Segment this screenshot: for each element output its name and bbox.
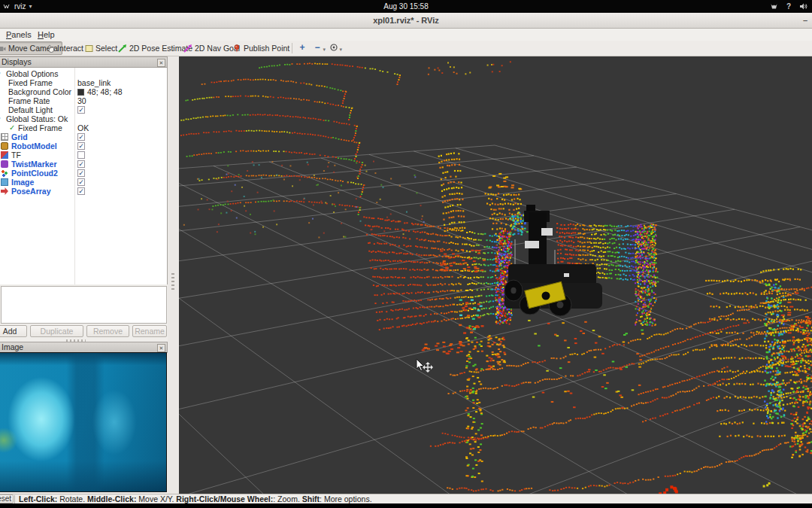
minimize-button[interactable]: – [800,13,810,28]
letterbox-bar [0,503,812,508]
tree-row-global-options[interactable]: ▾Global Options [0,69,168,78]
tree-row-fixed-frame[interactable]: Fixed Framebase_link [0,78,168,87]
tree-row-value[interactable]: base_link [77,78,111,87]
color-swatch[interactable] [77,89,84,96]
keyboard-question-icon[interactable]: ? [786,2,791,11]
checkbox[interactable]: ✓ [77,178,85,186]
image-panel-title: Image [0,342,23,352]
green-arrow-icon [118,44,127,53]
tree-row-pointcloud2[interactable]: PointCloud2✓ [0,169,168,178]
checkbox[interactable]: ✓ [77,160,85,168]
chevron-down-icon: ▾ [29,1,32,12]
toolbar: Move Camera Interact Select 2D Pose Esti… [0,41,812,56]
tree-row-value[interactable]: 48; 48; 48 [87,87,123,96]
tree-row-label: Default Light [8,105,53,114]
zoom-in-button[interactable]: + [296,41,308,54]
checkbox[interactable] [77,151,85,159]
image-display-icon [1,178,8,186]
focus-camera-button[interactable]: ▾ [328,41,340,54]
grid-display-icon [1,133,8,141]
statusbar: Reset Left-Click: Rotate. Middle-Click: … [0,494,812,503]
close-icon[interactable]: ✕ [157,59,165,67]
volume-icon[interactable] [799,2,808,11]
tf-display-icon [1,151,8,159]
system-tray[interactable]: ? [770,1,808,12]
menu-help[interactable]: Help [33,29,59,41]
splitter-grip-icon [171,273,174,290]
camera-image [0,352,167,492]
robot-display-icon [1,142,8,150]
displays-tree[interactable]: ▾Global OptionsFixed Framebase_linkBackg… [0,68,168,284]
property-description-box [1,286,167,324]
tree-row-posearray[interactable]: PoseArray✓ [0,187,168,196]
map-pin-icon [232,44,241,53]
ubuntu-top-panel: rviz ▾ Aug 30 15:58 ? [0,0,812,13]
checkbox[interactable]: ✓ [77,142,85,150]
tree-row-label: Global Options [6,69,58,78]
checkbox[interactable]: ✓ [77,169,85,177]
tree-row-label: Fixed Frame [8,78,53,87]
rviz-app-icon [3,2,11,11]
window-title: xpl01.rviz* - RViz [373,16,439,25]
tree-row-twistmarker[interactable]: TwistMarker✓ [0,160,168,169]
tree-row-fixed-frame[interactable]: ✓Fixed FrameOK [0,123,168,132]
tree-row-default-light[interactable]: Default Light✓ [0,105,168,114]
tool-publish-point[interactable]: Publish Point [229,41,293,55]
expander-icon[interactable]: ▾ [0,114,1,123]
tree-row-robotmodel[interactable]: RobotModel✓ [0,141,168,151]
statusbar-separator [14,495,15,503]
left-panel-column: Displays ✕ ▾Global OptionsFixed Framebas… [0,56,179,494]
tree-row-label: Grid [11,132,28,141]
tree-row-label: PoseArray [11,187,51,196]
3d-viewport[interactable] [179,56,812,494]
add-button[interactable]: Add [0,325,27,337]
tree-row-label: Fixed Frame [18,123,62,132]
rename-button[interactable]: Rename [132,325,167,337]
checkbox[interactable]: ✓ [77,106,85,114]
window-titlebar[interactable]: xpl01.rviz* - RViz – [0,13,812,29]
marker-display-icon [1,160,8,168]
clock[interactable]: Aug 30 15:58 [383,1,429,12]
checkbox[interactable]: ✓ [77,133,85,141]
remove-button[interactable]: Remove [86,325,129,337]
tree-row-label: TF [11,151,21,160]
displays-panel-titlebar[interactable]: Displays ✕ [0,56,168,68]
vertical-splitter[interactable] [168,56,179,494]
tree-row-label: Image [11,178,34,187]
menu-panels[interactable]: Panels [2,29,36,41]
zoom-out-button[interactable]: −▾ [311,41,323,54]
reset-button[interactable]: Reset [0,494,14,503]
tree-row-label: Frame Rate [8,96,50,105]
hand-icon [46,44,55,53]
tree-row-value[interactable]: OK [77,123,89,132]
chevron-down-icon: ▾ [339,44,342,56]
tree-row-tf[interactable]: TF [0,151,168,160]
tree-row-grid[interactable]: Grid✓ [0,132,168,141]
tree-row-label: Background Color [8,87,71,96]
tree-row-background-color[interactable]: Background Color48; 48; 48 [0,87,168,96]
cloud-display-icon [1,169,8,177]
app-menu-label: rviz [14,1,26,12]
displays-buttons-row: Add Duplicate Remove Rename [0,325,168,338]
status-ok-icon: ✓ [9,123,15,132]
tree-row-label: PointCloud2 [11,169,58,178]
close-icon[interactable]: ✕ [157,344,165,352]
checkbox[interactable]: ✓ [77,187,85,195]
indicator-icon[interactable] [770,2,778,11]
tree-row-value[interactable]: 30 [77,96,86,105]
tree-row-global-status-ok[interactable]: ▾Global Status: Ok [0,114,168,123]
camera-icon [0,44,6,53]
duplicate-button[interactable]: Duplicate [30,325,83,337]
expander-icon[interactable]: ▾ [0,69,1,78]
menubar: Panels Help [0,29,812,41]
tree-row-frame-rate[interactable]: Frame Rate30 [0,96,168,105]
app-indicator-menu[interactable]: rviz ▾ [3,1,32,12]
image-panel-titlebar[interactable]: Image ✕ [0,342,168,353]
chevron-down-icon: ▾ [323,44,326,56]
magenta-arrow-icon [183,44,192,53]
pose-display-icon [1,187,8,195]
tree-row-label: RobotModel [11,141,57,151]
selection-box-icon [84,44,93,53]
tree-row-label: TwistMarker [11,160,57,169]
tree-row-image[interactable]: Image✓ [0,178,168,187]
